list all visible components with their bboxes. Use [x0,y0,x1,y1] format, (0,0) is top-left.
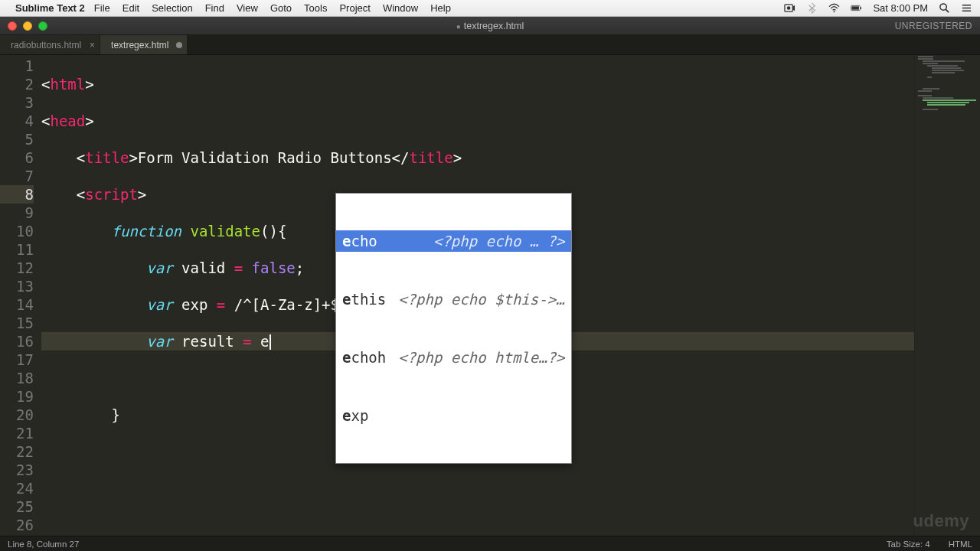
line-number: 4 [0,112,34,130]
svg-rect-5 [861,7,861,9]
svg-line-7 [946,9,949,12]
minimap[interactable] [914,55,980,536]
line-number: 25 [0,497,34,516]
line-number: 18 [0,369,34,387]
autocomplete-popup[interactable]: echo <?php echo … ?> ethis <?php echo $t… [335,193,572,464]
tab-bar: radiobuttons.html × textregex.html [0,35,980,55]
line-number: 24 [0,479,34,497]
line-number: 20 [0,406,34,424]
battery-icon[interactable] [851,2,862,14]
autocomplete-item[interactable]: echoh <?php echo htmle…?> [336,347,571,368]
menu-view[interactable]: View [237,2,258,14]
spotlight-icon[interactable] [939,2,950,14]
code-content[interactable]: <html> <head> <title>Form Validation Rad… [41,55,914,536]
line-number: 1 [0,57,34,75]
menu-goto[interactable]: Goto [270,2,292,14]
menu-help[interactable]: Help [430,2,451,14]
unregistered-label: UNREGISTERED [895,21,972,31]
line-number: 14 [0,295,34,314]
editor-area[interactable]: 1 2 3 4 5 6 7 8 9 10 11 12 13 14 15 16 1… [0,55,980,536]
line-number: 6 [0,148,34,167]
svg-point-6 [940,4,946,10]
line-number: 13 [0,277,34,295]
screen-record-icon[interactable] [784,2,795,14]
window-titlebar: ●textregex.html UNREGISTERED [0,17,980,35]
line-number: 5 [0,130,34,148]
line-number: 2 [0,75,34,93]
window-title: ●textregex.html [0,21,980,31]
macos-menubar: Sublime Text 2 File Edit Selection Find … [0,0,980,17]
menu-window[interactable]: Window [383,2,418,14]
autocomplete-item[interactable]: exp [336,405,571,426]
autocomplete-item[interactable]: ethis <?php echo $this->… [336,289,571,310]
udemy-watermark: udemy [913,511,969,531]
autocomplete-item[interactable]: echo <?php echo … ?> [336,230,571,252]
tab-label: radiobuttons.html [11,40,81,51]
tab-close-icon[interactable]: × [90,40,95,51]
line-number: 3 [0,93,34,112]
line-number: 8 [0,185,34,204]
svg-point-2 [834,11,835,12]
line-number: 26 [0,516,34,534]
line-number-gutter: 1 2 3 4 5 6 7 8 9 10 11 12 13 14 15 16 1… [0,55,41,536]
menu-project[interactable]: Project [339,2,370,14]
tab-modified-icon [176,42,182,48]
text-cursor [270,334,271,350]
modified-dot-icon: ● [456,22,461,31]
line-number: 17 [0,350,34,369]
line-number: 15 [0,314,34,332]
line-number: 7 [0,167,34,185]
tab-textregex[interactable]: textregex.html [100,35,188,54]
line-number: 16 [0,332,34,350]
menu-selection[interactable]: Selection [152,2,192,14]
line-number: 10 [0,222,34,240]
line-number: 11 [0,240,34,259]
line-number: 23 [0,461,34,479]
menu-edit[interactable]: Edit [122,2,139,14]
line-number: 19 [0,387,34,406]
app-name[interactable]: Sublime Text 2 [15,2,85,14]
notification-center-icon[interactable] [961,2,972,14]
line-number: 21 [0,424,34,442]
svg-rect-4 [852,6,859,9]
tab-label: textregex.html [111,40,168,51]
menu-find[interactable]: Find [205,2,224,14]
line-number: 9 [0,204,34,222]
line-number: 12 [0,259,34,277]
line-number: 22 [0,442,34,461]
menu-tools[interactable]: Tools [304,2,327,14]
wifi-icon[interactable] [828,2,840,14]
status-language[interactable]: HTML [949,540,972,549]
tab-radiobuttons[interactable]: radiobuttons.html × [0,35,100,54]
menu-file[interactable]: File [94,2,110,14]
menubar-clock[interactable]: Sat 8:00 PM [873,2,928,14]
svg-point-1 [787,6,791,10]
bluetooth-icon[interactable] [806,2,818,14]
